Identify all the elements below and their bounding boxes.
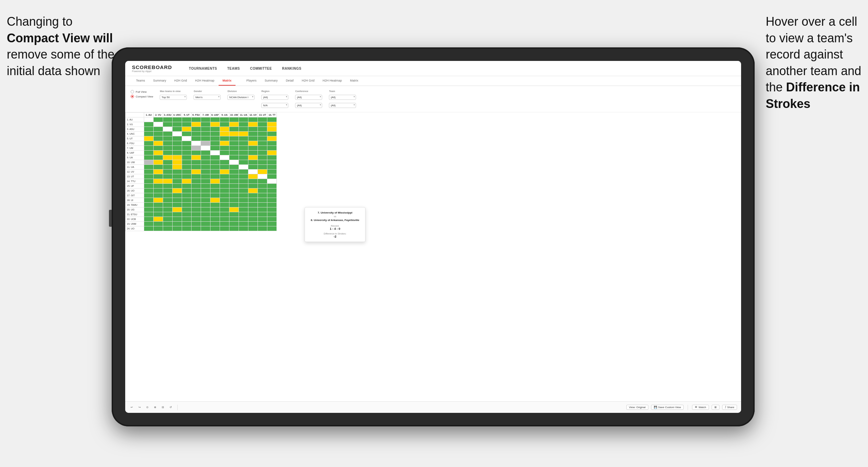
matrix-cell[interactable] [173, 141, 182, 146]
matrix-cell[interactable] [154, 160, 163, 165]
matrix-cell[interactable] [173, 193, 182, 198]
matrix-cell[interactable] [192, 188, 201, 193]
matrix-cell[interactable] [210, 170, 220, 174]
matrix-cell[interactable] [201, 136, 210, 141]
matrix-cell[interactable] [173, 122, 182, 127]
matrix-cell[interactable] [173, 179, 182, 184]
matrix-cell[interactable] [229, 127, 239, 132]
matrix-cell[interactable] [144, 226, 154, 231]
matrix-cell[interactable] [258, 222, 267, 226]
matrix-cell[interactable] [248, 165, 258, 170]
matrix-cell[interactable] [220, 198, 229, 203]
matrix-cell[interactable] [239, 193, 248, 198]
matrix-cell[interactable] [220, 207, 229, 212]
matrix-cell[interactable] [144, 217, 154, 222]
matrix-cell[interactable] [192, 170, 201, 174]
matrix-cell[interactable] [220, 122, 229, 127]
matrix-cell[interactable] [239, 188, 248, 193]
matrix-cell[interactable] [239, 203, 248, 207]
matrix-cell[interactable] [201, 132, 210, 136]
matrix-cell[interactable] [201, 226, 210, 231]
matrix-cell[interactable] [182, 184, 192, 188]
nav-rankings[interactable]: RANKINGS [282, 65, 301, 72]
matrix-cell[interactable] [201, 203, 210, 207]
matrix-cell[interactable] [201, 141, 210, 146]
matrix-cell[interactable] [248, 203, 258, 207]
matrix-cell[interactable] [173, 151, 182, 155]
matrix-cell[interactable] [182, 226, 192, 231]
toolbar-undo[interactable]: ↩ [129, 405, 134, 409]
matrix-cell[interactable] [220, 226, 229, 231]
matrix-cell[interactable] [144, 146, 154, 151]
matrix-cell[interactable] [201, 188, 210, 193]
matrix-cell[interactable] [239, 170, 248, 174]
matrix-cell[interactable] [182, 155, 192, 160]
tab-matrix[interactable]: Matrix [219, 76, 236, 86]
matrix-cell[interactable] [267, 141, 277, 146]
matrix-cell[interactable] [210, 122, 220, 127]
matrix-cell[interactable] [248, 226, 258, 231]
toolbar-btn2[interactable]: ⊕ [153, 405, 158, 409]
matrix-cell[interactable] [192, 198, 201, 203]
matrix-cell[interactable] [163, 198, 173, 203]
matrix-cell[interactable] [192, 117, 201, 122]
matrix-cell[interactable] [154, 217, 163, 222]
matrix-cell[interactable] [258, 141, 267, 146]
matrix-cell[interactable] [248, 207, 258, 212]
view-original-button[interactable]: View: Original [626, 405, 648, 410]
matrix-cell[interactable] [258, 179, 267, 184]
matrix-cell[interactable] [248, 217, 258, 222]
matrix-cell[interactable] [258, 122, 267, 127]
matrix-cell[interactable] [154, 132, 163, 136]
matrix-cell[interactable] [258, 165, 267, 170]
matrix-cell[interactable] [163, 146, 173, 151]
matrix-cell[interactable] [258, 203, 267, 207]
matrix-cell[interactable] [144, 207, 154, 212]
matrix-cell[interactable] [182, 212, 192, 217]
matrix-cell[interactable] [163, 179, 173, 184]
matrix-cell[interactable] [229, 212, 239, 217]
matrix-cell[interactable] [163, 184, 173, 188]
matrix-cell[interactable] [210, 222, 220, 226]
matrix-cell[interactable] [154, 146, 163, 151]
matrix-cell[interactable] [154, 117, 163, 122]
matrix-cell[interactable] [248, 212, 258, 217]
matrix-cell[interactable] [229, 117, 239, 122]
matrix-cell[interactable] [192, 203, 201, 207]
matrix-cell[interactable] [201, 122, 210, 127]
matrix-cell[interactable] [239, 207, 248, 212]
matrix-cell[interactable] [258, 188, 267, 193]
matrix-cell[interactable] [154, 174, 163, 179]
matrix-cell[interactable] [220, 184, 229, 188]
matrix-cell[interactable] [173, 136, 182, 141]
full-view-radio[interactable] [131, 90, 134, 93]
matrix-cell[interactable] [201, 184, 210, 188]
matrix-cell[interactable] [248, 160, 258, 165]
matrix-cell[interactable] [201, 212, 210, 217]
matrix-cell[interactable] [154, 151, 163, 155]
matrix-cell[interactable] [267, 184, 277, 188]
matrix-cell[interactable] [220, 203, 229, 207]
matrix-cell[interactable] [163, 226, 173, 231]
matrix-cell[interactable] [258, 193, 267, 198]
matrix-cell[interactable] [173, 117, 182, 122]
matrix-cell[interactable] [239, 132, 248, 136]
matrix-cell[interactable] [192, 151, 201, 155]
matrix-cell[interactable] [210, 155, 220, 160]
matrix-cell[interactable] [201, 160, 210, 165]
matrix-cell[interactable] [220, 127, 229, 132]
filter-region-select2[interactable]: N/A [261, 103, 288, 108]
matrix-cell[interactable] [239, 160, 248, 165]
filter-division-select[interactable]: NCAA Division I [227, 95, 254, 100]
nav-committee[interactable]: COMMITTEE [250, 65, 272, 72]
matrix-cell[interactable] [210, 188, 220, 193]
matrix-cell[interactable] [173, 132, 182, 136]
matrix-cell[interactable] [248, 117, 258, 122]
matrix-cell[interactable] [192, 132, 201, 136]
matrix-cell[interactable] [239, 136, 248, 141]
toolbar-redo[interactable]: ↪ [137, 405, 142, 409]
matrix-cell[interactable] [229, 217, 239, 222]
matrix-cell[interactable] [182, 132, 192, 136]
matrix-cell[interactable] [239, 151, 248, 155]
matrix-cell[interactable] [267, 165, 277, 170]
